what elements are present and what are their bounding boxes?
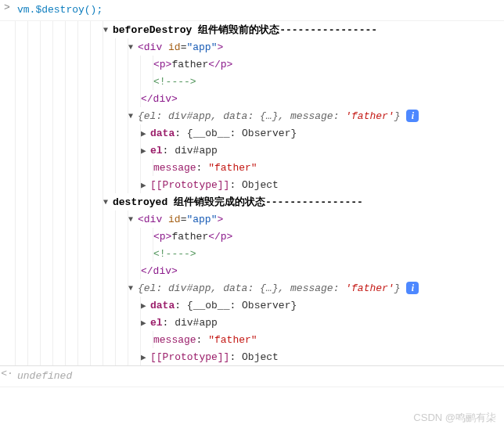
prop-el[interactable]: el: div#app: [0, 142, 504, 159]
object-summary-row[interactable]: {el: div#app, data: {…}, message: 'fathe…: [0, 279, 504, 297]
prop-message[interactable]: message: "father": [0, 331, 504, 348]
chevron-down-icon[interactable]: [103, 26, 113, 34]
chevron-right-icon[interactable]: [141, 146, 150, 156]
chevron-right-icon[interactable]: [141, 300, 150, 311]
prop: message: "father": [153, 334, 257, 346]
dom-node-p[interactable]: <p>father</p>: [0, 56, 504, 73]
dom-comment-text: <!---->: [153, 76, 196, 88]
dom-node-p[interactable]: <p>father</p>: [0, 228, 504, 245]
dom-p: <p>father</p>: [153, 231, 232, 243]
input-code: vm.$destroy();: [14, 2, 103, 19]
chevron-right-icon[interactable]: [141, 352, 150, 362]
prop: [[Prototype]]: Object: [150, 351, 279, 363]
dom-close[interactable]: </div>: [0, 90, 504, 107]
chevron-down-icon[interactable]: [103, 198, 113, 207]
object-summary: {el: div#app, data: {…}, message: 'fathe…: [138, 282, 400, 294]
console-input-line[interactable]: > vm.$destroy();: [0, 0, 504, 21]
prop: data: {__ob__: Observer}: [150, 128, 297, 139]
chevron-down-icon[interactable]: [128, 284, 138, 293]
dom-close-tag: </div>: [141, 93, 178, 105]
dom-comment[interactable]: <!---->: [0, 73, 504, 90]
prompt-icon: >: [0, 2, 14, 13]
prop-message[interactable]: message: "father": [0, 159, 504, 176]
prop-data[interactable]: data: {__ob__: Observer}: [0, 297, 504, 314]
object-summary-row[interactable]: {el: div#app, data: {…}, message: 'fathe…: [0, 107, 504, 124]
console-group-beforeDestroy: beforeDestroy 组件销毁前的状态---------------- <…: [0, 21, 504, 193]
return-icon: <·: [0, 368, 14, 379]
chevron-right-icon[interactable]: [141, 180, 150, 190]
group-title: beforeDestroy 组件销毁前的状态----------------: [113, 23, 377, 37]
dom-comment-text: <!---->: [153, 248, 196, 260]
info-icon[interactable]: i: [406, 110, 419, 122]
prop-el[interactable]: el: div#app: [0, 314, 504, 331]
chevron-down-icon[interactable]: [128, 112, 138, 120]
return-value: undefined: [14, 368, 72, 385]
prop: data: {__ob__: Observer}: [150, 300, 297, 311]
dom-tag: <div id="app">: [138, 214, 223, 225]
dom-node-div[interactable]: <div id="app">: [0, 38, 504, 56]
object-summary: {el: div#app, data: {…}, message: 'fathe…: [138, 110, 400, 122]
group-header-row[interactable]: destroyed 组件销毁完成的状态----------------: [0, 193, 504, 210]
group-title: destroyed 组件销毁完成的状态----------------: [113, 195, 363, 209]
group-header-row[interactable]: beforeDestroy 组件销毁前的状态----------------: [0, 21, 504, 38]
info-icon[interactable]: i: [406, 282, 419, 294]
prop: [[Prototype]]: Object: [150, 179, 279, 191]
dom-p: <p>father</p>: [153, 59, 232, 70]
dom-close-tag: </div>: [141, 265, 178, 277]
dom-comment[interactable]: <!---->: [0, 245, 504, 262]
dom-node-div[interactable]: <div id="app">: [0, 210, 504, 228]
prop-data[interactable]: data: {__ob__: Observer}: [0, 124, 504, 142]
chevron-down-icon[interactable]: [128, 43, 138, 52]
dom-close[interactable]: </div>: [0, 262, 504, 279]
dom-tag: <div id="app">: [138, 41, 223, 53]
watermark: CSDN @鸣鹂有柒: [413, 411, 496, 425]
prop: el: div#app: [150, 317, 218, 329]
prop-prototype[interactable]: [[Prototype]]: Object: [0, 348, 504, 365]
chevron-right-icon[interactable]: [141, 318, 150, 328]
prop: el: div#app: [150, 145, 218, 156]
chevron-down-icon[interactable]: [128, 215, 138, 224]
console-return-line: <· undefined: [0, 365, 504, 387]
prop-prototype[interactable]: [[Prototype]]: Object: [0, 176, 504, 193]
chevron-right-icon[interactable]: [141, 128, 150, 138]
prop: message: "father": [153, 162, 257, 174]
console-group-destroyed: destroyed 组件销毁完成的状态---------------- <div…: [0, 193, 504, 365]
